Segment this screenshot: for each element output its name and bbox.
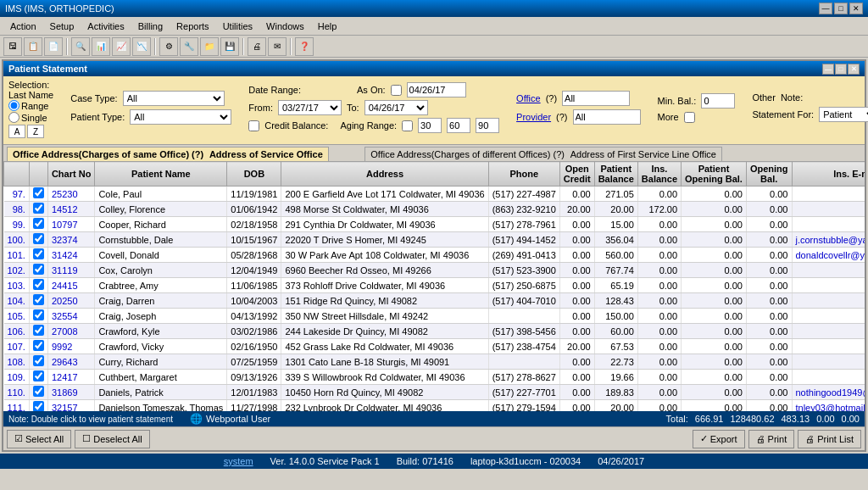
table-row[interactable]: 110. 31869 Daniels, Patrick 12/01/1983 1…	[4, 385, 865, 400]
row-checkbox-cell[interactable]	[29, 263, 47, 278]
aging-90-input[interactable]	[476, 118, 499, 133]
table-row[interactable]: 106. 27008 Crawford, Kyle 03/02/1986 244…	[4, 324, 865, 339]
deselect-all-button[interactable]: ☐ Deselect All	[75, 430, 149, 448]
row-checkbox[interactable]	[33, 325, 44, 336]
row-checkbox[interactable]	[33, 294, 44, 305]
tb-btn-14[interactable]: ❓	[295, 37, 314, 56]
credit-balance-checkbox[interactable]	[248, 120, 259, 131]
select-all-button[interactable]: ☑ Select All	[7, 430, 71, 448]
as-on-input[interactable]	[407, 82, 466, 97]
row-checkbox[interactable]	[33, 264, 44, 275]
dialog-min-btn[interactable]: —	[822, 64, 834, 75]
close-btn[interactable]: ✕	[849, 3, 863, 14]
row-checkbox[interactable]	[33, 340, 44, 351]
th-address[interactable]: Address	[281, 162, 488, 187]
office-input[interactable]	[562, 91, 630, 106]
tb-btn-9[interactable]: 🔧	[180, 37, 198, 56]
tb-btn-13[interactable]: ✉	[268, 37, 287, 56]
tb-btn-3[interactable]: 📄	[44, 37, 63, 56]
print-button[interactable]: 🖨 Print	[748, 430, 795, 448]
table-row[interactable]: 105. 32554 Craig, Joseph 04/13/1992 350 …	[4, 309, 865, 324]
tab-diff-office[interactable]: Office Address(Charges of different Offi…	[364, 147, 722, 161]
menu-activities[interactable]: Activities	[81, 19, 131, 33]
row-checkbox[interactable]	[33, 309, 44, 320]
maximize-btn[interactable]: □	[834, 3, 848, 14]
aging-60-input[interactable]	[447, 118, 470, 133]
tb-btn-12[interactable]: 🖨	[248, 37, 266, 56]
row-checkbox-cell[interactable]	[29, 309, 47, 324]
radio-single-input[interactable]	[8, 112, 19, 123]
th-ins-email[interactable]: Ins. E-mail	[792, 162, 865, 187]
row-checkbox-cell[interactable]	[29, 278, 47, 293]
menu-setup[interactable]: Setup	[43, 19, 81, 33]
table-row[interactable]: 101. 31424 Covell, Donald 05/28/1968 30 …	[4, 248, 865, 263]
az-a-btn[interactable]: A	[8, 125, 25, 138]
table-row[interactable]: 104. 20250 Craig, Darren 10/04/2003 151 …	[4, 293, 865, 309]
provider-input[interactable]	[573, 109, 641, 125]
row-checkbox-cell[interactable]	[29, 217, 47, 232]
row-checkbox[interactable]	[33, 203, 44, 214]
row-checkbox-cell[interactable]	[29, 232, 47, 248]
minimize-btn[interactable]: —	[819, 3, 832, 14]
row-checkbox[interactable]	[33, 218, 44, 229]
row-checkbox-cell[interactable]	[29, 293, 47, 309]
tab-same-office[interactable]: Office Address(Charges of same Office) (…	[7, 147, 329, 161]
tb-btn-7[interactable]: 📉	[132, 37, 151, 56]
to-date-select[interactable]: 04/26/17	[364, 100, 428, 115]
th-phone[interactable]: Phone	[488, 162, 559, 187]
row-checkbox-cell[interactable]	[29, 354, 47, 370]
row-checkbox[interactable]	[33, 248, 44, 259]
menu-action[interactable]: Action	[3, 19, 43, 33]
case-type-select[interactable]: All	[123, 91, 225, 106]
min-bal-input[interactable]	[701, 93, 735, 109]
table-row[interactable]: 97. 25230 Cole, Paul 11/19/1981 200 E Ga…	[4, 187, 865, 202]
office-label[interactable]: Office	[516, 93, 541, 103]
menu-windows[interactable]: Windows	[259, 19, 311, 33]
table-row[interactable]: 107. 9992 Crawford, Vicky 02/16/1950 452…	[4, 339, 865, 354]
row-checkbox[interactable]	[33, 401, 44, 411]
table-row[interactable]: 100. 32374 Cornstubble, Dale 10/15/1967 …	[4, 232, 865, 248]
row-checkbox-cell[interactable]	[29, 324, 47, 339]
th-dob[interactable]: DOB	[227, 162, 281, 187]
row-checkbox-cell[interactable]	[29, 248, 47, 263]
table-row[interactable]: 98. 14512 Colley, Florence 01/06/1942 49…	[4, 202, 865, 217]
aging-30-input[interactable]	[418, 118, 442, 133]
radio-range-input[interactable]	[8, 100, 19, 111]
th-pat-balance[interactable]: PatientBalance	[594, 162, 637, 187]
tb-btn-6[interactable]: 📈	[112, 37, 131, 56]
th-opening-bal[interactable]: OpeningBal.	[746, 162, 792, 187]
row-checkbox-cell[interactable]	[29, 202, 47, 217]
row-checkbox[interactable]	[33, 233, 44, 244]
th-patient-name[interactable]: Patient Name	[95, 162, 227, 187]
provider-label[interactable]: Provider	[516, 112, 551, 122]
menu-help[interactable]: Help	[311, 19, 344, 33]
dialog-max-btn[interactable]: □	[835, 64, 847, 75]
from-date-select[interactable]: 03/27/17	[278, 100, 342, 115]
tb-btn-11[interactable]: 💾	[220, 37, 239, 56]
radio-single[interactable]: Single	[8, 112, 53, 123]
row-checkbox-cell[interactable]	[29, 187, 47, 202]
tb-btn-5[interactable]: 📊	[92, 37, 110, 56]
dialog-close-btn[interactable]: ✕	[848, 64, 860, 75]
menu-billing[interactable]: Billing	[131, 19, 170, 33]
tb-btn-1[interactable]: 🖫	[3, 37, 22, 56]
tb-btn-2[interactable]: 📋	[24, 37, 42, 56]
row-checkbox-cell[interactable]	[29, 400, 47, 412]
row-checkbox-cell[interactable]	[29, 385, 47, 400]
row-checkbox[interactable]	[33, 370, 44, 381]
tb-btn-10[interactable]: 📁	[200, 37, 219, 56]
menu-reports[interactable]: Reports	[170, 19, 216, 33]
as-on-checkbox[interactable]	[391, 85, 402, 96]
patient-type-select[interactable]: All	[130, 109, 231, 125]
row-checkbox[interactable]	[33, 279, 44, 290]
print-list-button[interactable]: 🖨 Print List	[798, 430, 861, 448]
row-checkbox[interactable]	[33, 355, 44, 366]
az-z-btn[interactable]: Z	[27, 125, 44, 138]
more-checkbox[interactable]	[684, 112, 695, 123]
radio-range[interactable]: Range	[8, 100, 53, 111]
table-row[interactable]: 109. 12417 Cuthbert, Margaret 09/13/1926…	[4, 370, 865, 385]
table-row[interactable]: 108. 29643 Curry, Richard 07/25/1959 130…	[4, 354, 865, 370]
th-ins-balance[interactable]: Ins.Balance	[637, 162, 681, 187]
tb-btn-8[interactable]: ⚙	[159, 37, 178, 56]
th-pat-opening[interactable]: PatientOpening Bal.	[682, 162, 747, 187]
